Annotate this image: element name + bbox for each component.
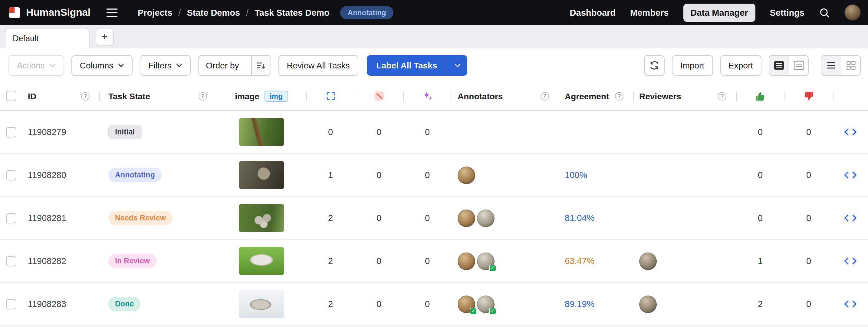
row-checkbox[interactable] <box>6 213 16 223</box>
predictions-count: 0 <box>403 197 452 239</box>
annotator-avatar[interactable] <box>477 209 495 227</box>
open-task-button[interactable] <box>833 197 868 239</box>
annotator-avatar[interactable]: ✓ <box>477 295 495 313</box>
skipped-count: 0 <box>355 283 403 325</box>
row-checkbox[interactable] <box>6 256 16 266</box>
compact-density-button[interactable] <box>789 55 808 75</box>
header-annotations-count[interactable] <box>306 82 355 110</box>
refresh-button[interactable] <box>644 55 664 76</box>
task-state-badge: Annotating <box>108 168 162 182</box>
breadcrumb-projects[interactable]: Projects <box>138 7 172 17</box>
brand[interactable]: HumanSignal <box>8 6 91 19</box>
review-all-tasks-button[interactable]: Review All Tasks <box>278 55 358 76</box>
header-task-state[interactable]: Task State ? <box>99 82 217 110</box>
nav-link-members[interactable]: Members <box>630 7 669 17</box>
task-image-thumbnail[interactable] <box>239 118 284 146</box>
filters-label: Filters <box>148 60 171 70</box>
order-by-label: Order by <box>199 60 246 70</box>
top-navigation-bar: HumanSignal Projects / State Demos / Tas… <box>0 0 868 25</box>
help-icon[interactable]: ? <box>81 92 90 100</box>
annotator-avatar[interactable]: ✓ <box>458 295 475 313</box>
task-image-thumbnail[interactable] <box>239 204 284 232</box>
help-icon[interactable]: ? <box>198 92 207 100</box>
annotations-count: 2 <box>306 283 355 325</box>
columns-label: Columns <box>80 60 114 70</box>
tab-default[interactable]: Default <box>5 28 90 49</box>
grid-view-button[interactable] <box>841 55 860 75</box>
annotation-accepted-check-icon: ✓ <box>489 264 496 272</box>
open-task-button[interactable] <box>833 240 868 282</box>
accepted-count: 2 <box>736 283 784 325</box>
sort-direction-icon[interactable] <box>251 55 271 75</box>
table-row: 11908279 Initial 0 0 0 0 0 <box>0 111 868 154</box>
rejected-icon <box>803 91 814 101</box>
task-state-badge: Initial <box>108 125 141 139</box>
header-annotators[interactable]: Annotators ? <box>452 82 559 110</box>
help-icon[interactable]: ? <box>540 92 549 100</box>
rejected-count: 0 <box>784 154 833 196</box>
chevron-right-icon <box>851 171 857 179</box>
open-task-button[interactable] <box>833 111 868 153</box>
row-checkbox[interactable] <box>6 170 16 180</box>
breadcrumb-current-project[interactable]: Task States Demo <box>254 7 330 17</box>
open-task-button[interactable] <box>833 283 868 325</box>
header-image-label: image <box>235 91 259 101</box>
reviewers-cell <box>633 111 736 153</box>
task-image-thumbnail[interactable] <box>239 161 284 189</box>
header-annotators-label: Annotators <box>458 91 503 101</box>
task-image-thumbnail[interactable] <box>239 247 284 275</box>
add-view-tab-button[interactable]: + <box>96 28 114 46</box>
search-icon[interactable] <box>819 7 830 18</box>
rejected-count: 0 <box>784 240 833 282</box>
annotations-count: 2 <box>306 197 355 239</box>
export-button[interactable]: Export <box>720 55 762 76</box>
header-accepted-count[interactable] <box>736 82 784 110</box>
rejected-count: 0 <box>784 197 833 239</box>
label-all-tasks-caret[interactable] <box>447 55 467 76</box>
chevron-left-icon <box>844 171 849 179</box>
list-view-button[interactable] <box>822 55 841 75</box>
header-agreement[interactable]: Agreement ? <box>559 82 633 110</box>
row-checkbox[interactable] <box>6 299 16 309</box>
reviewer-avatar[interactable] <box>639 295 657 313</box>
order-by-dropdown[interactable]: Order by <box>198 55 271 76</box>
menu-hamburger-icon[interactable] <box>106 8 118 17</box>
annotator-avatar[interactable] <box>458 209 475 227</box>
header-reviewers-label: Reviewers <box>639 91 681 101</box>
row-checkbox[interactable] <box>6 127 16 137</box>
filters-dropdown[interactable]: Filters <box>140 55 191 76</box>
actions-dropdown[interactable]: Actions <box>8 55 64 76</box>
rejected-count: 0 <box>784 111 833 153</box>
table-row: 11908282 In Review 2 0 0 ✓ 63.47% 1 0 <box>0 240 868 283</box>
label-all-tasks-button[interactable]: Label All Tasks <box>367 55 447 76</box>
annotators-cell: ✓ ✓ <box>452 283 559 325</box>
header-skipped-count[interactable] <box>355 82 403 110</box>
header-id[interactable]: ID ? <box>22 82 99 110</box>
annotations-count: 1 <box>306 154 355 196</box>
header-predictions-count[interactable] <box>403 82 452 110</box>
header-image[interactable]: image img <box>217 82 306 110</box>
nav-link-dashboard[interactable]: Dashboard <box>570 7 616 17</box>
nav-link-settings[interactable]: Settings <box>770 7 804 17</box>
help-icon[interactable]: ? <box>615 92 623 100</box>
breadcrumb-state-demos[interactable]: State Demos <box>187 7 240 17</box>
import-button[interactable]: Import <box>672 55 713 76</box>
user-avatar[interactable] <box>844 4 861 21</box>
help-icon[interactable]: ? <box>718 92 726 100</box>
annotator-avatar[interactable] <box>458 166 475 184</box>
annotator-avatar[interactable]: ✓ <box>477 252 495 270</box>
annotator-avatar[interactable] <box>458 252 475 270</box>
reviewers-cell <box>633 240 736 282</box>
header-rejected-count[interactable] <box>784 82 833 110</box>
nav-link-data-manager[interactable]: Data Manager <box>683 3 755 22</box>
select-all-checkbox[interactable] <box>6 91 16 101</box>
task-image-thumbnail[interactable] <box>239 290 284 318</box>
comfortable-density-button[interactable] <box>769 55 789 75</box>
agreement-value: 100% <box>559 154 633 196</box>
header-reviewers[interactable]: Reviewers ? <box>633 82 736 110</box>
open-task-button[interactable] <box>833 154 868 196</box>
annotations-count-icon <box>326 91 336 101</box>
reviewer-avatar[interactable] <box>639 252 657 270</box>
task-id: 11908283 <box>22 283 99 325</box>
columns-dropdown[interactable]: Columns <box>71 55 133 76</box>
